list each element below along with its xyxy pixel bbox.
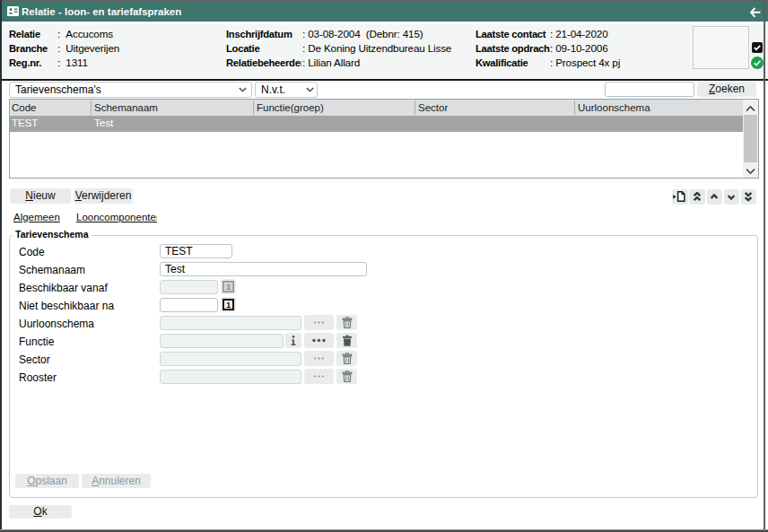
svg-text:1: 1	[226, 283, 231, 292]
svg-text:1: 1	[226, 300, 231, 310]
